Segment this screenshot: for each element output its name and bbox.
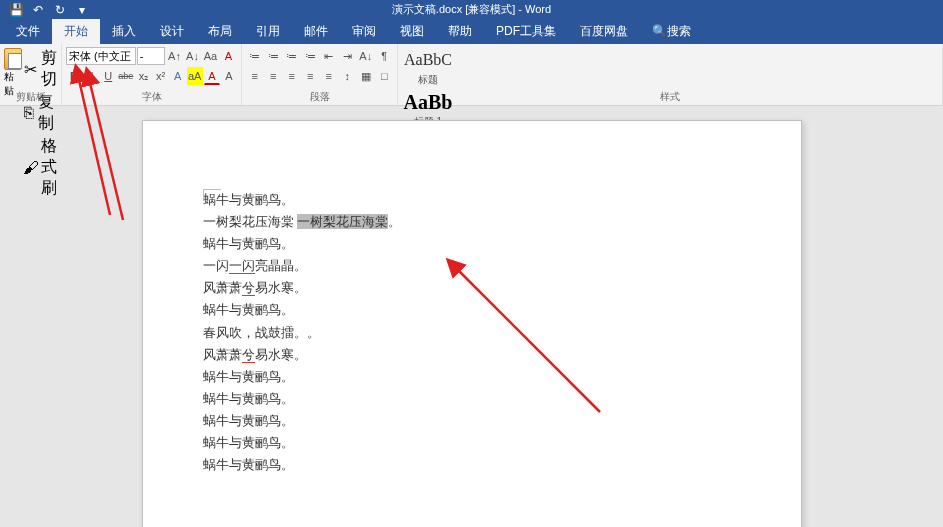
style-preview: AaBbC [404,47,452,73]
para-btn-bot-1[interactable]: ≡ [265,67,283,85]
text-line-11[interactable]: 蜗牛与黄鹂鸟。 [203,432,741,454]
para-btn-top-2[interactable]: ≔ [283,47,301,65]
text-effects-button[interactable]: A [170,67,186,85]
para-btn-top-6[interactable]: A↓ [357,47,375,65]
titlebar: 💾 ↶ ↻ ▾ 演示文稿.docx [兼容模式] - Word [0,0,943,20]
scissors-icon: ✂ [24,63,37,76]
tab-8[interactable]: 视图 [388,19,436,44]
para-btn-top-1[interactable]: ≔ [265,47,283,65]
paste-button[interactable]: 粘贴 [4,46,22,199]
ribbon: 粘贴 ✂ 剪切 ⎘ 复制 🖌 格式刷 剪贴板 宋体 (中文正 [0,44,943,106]
para-btn-bot-5[interactable]: ↕ [339,67,357,85]
tab-5[interactable]: 引用 [244,19,292,44]
text-line-4[interactable]: 风萧萧兮易水寒。 [203,277,741,299]
tab-1[interactable]: 开始 [52,19,100,44]
bold-button[interactable]: B [66,67,82,85]
text-line-3[interactable]: 一闪一闪亮晶晶。 [203,255,741,277]
para-btn-top-3[interactable]: ≔ [302,47,320,65]
font-group: 宋体 (中文正 - A↑ A↓ Aa A B I U abe x₂ x² A a… [62,44,242,105]
spelling-error: 一闪 [229,258,255,274]
text-line-5[interactable]: 蜗牛与黄鹂鸟。 [203,299,741,321]
para-btn-top-4[interactable]: ⇤ [320,47,338,65]
tab-10[interactable]: PDF工具集 [484,19,568,44]
underline-button[interactable]: U [100,67,116,85]
text-line-2[interactable]: 蜗牛与黄鹂鸟。 [203,233,741,255]
tab-6[interactable]: 邮件 [292,19,340,44]
para-btn-bot-7[interactable]: □ [376,67,394,85]
spelling-error: 兮 [242,280,255,296]
para-btn-top-7[interactable]: ¶ [376,47,394,65]
text-line-6[interactable]: 春风吹，战鼓擂。。 [203,322,741,344]
qat-dropdown-icon[interactable]: ▾ [72,1,92,19]
format-label: 格式刷 [41,136,57,199]
brush-icon: 🖌 [24,161,37,174]
text-line-9[interactable]: 蜗牛与黄鹂鸟。 [203,388,741,410]
document-page[interactable]: 蜗牛与黄鹂鸟。一树梨花压海棠 一树梨花压海棠。蜗牛与黄鹂鸟。一闪一闪亮晶晶。风萧… [142,120,802,527]
clipboard-group: 粘贴 ✂ 剪切 ⎘ 复制 🖌 格式刷 剪贴板 [0,44,62,105]
undo-icon[interactable]: ↶ [28,1,48,19]
change-case-button[interactable]: Aa [202,47,219,65]
text-line-12[interactable]: 蜗牛与黄鹂鸟。 [203,454,741,476]
document-workspace: 蜗牛与黄鹂鸟。一树梨花压海棠 一树梨花压海棠。蜗牛与黄鹂鸟。一闪一闪亮晶晶。风萧… [0,106,943,527]
tab-4[interactable]: 布局 [196,19,244,44]
italic-button[interactable]: I [83,67,99,85]
redo-icon[interactable]: ↻ [50,1,70,19]
tab-2[interactable]: 插入 [100,19,148,44]
text-line-8[interactable]: 蜗牛与黄鹂鸟。 [203,366,741,388]
text-line-7[interactable]: 风萧萧兮易水寒。 [203,344,741,366]
font-group-label: 字体 [62,90,241,104]
window-title: 演示文稿.docx [兼容模式] - Word [392,2,551,17]
style-item-0[interactable]: AaBbC标题 [402,46,454,88]
font-name-selector[interactable]: 宋体 (中文正 [66,47,136,65]
para-btn-bot-0[interactable]: ≡ [246,67,264,85]
spelling-error: 兮 [242,347,255,363]
text-line-1[interactable]: 一树梨花压海棠 一树梨花压海棠。 [203,211,741,233]
styles-group-label: 样式 [398,90,942,104]
para-btn-bot-2[interactable]: ≡ [283,67,301,85]
para-btn-bot-3[interactable]: ≡ [302,67,320,85]
shrink-font-button[interactable]: A↓ [184,47,201,65]
style-name: 标题 [418,73,438,87]
superscript-button[interactable]: x² [152,67,168,85]
paste-icon [4,48,22,70]
cut-label: 剪切 [41,48,57,90]
tab-3[interactable]: 设计 [148,19,196,44]
text-line-0[interactable]: 蜗牛与黄鹂鸟。 [203,189,741,211]
styles-group: AaBbC标题AaBb标题 1AaBbC标题 2AaBbC副标题AaBbCcDd… [398,44,943,105]
page-corner-marker [203,189,221,201]
save-icon[interactable]: 💾 [6,1,26,19]
clipboard-group-label: 剪贴板 [0,90,61,104]
copy-icon: ⎘ [24,107,34,120]
tab-0[interactable]: 文件 [4,19,52,44]
para-btn-bot-6[interactable]: ▦ [357,67,375,85]
tab-11[interactable]: 百度网盘 [568,19,640,44]
tab-12[interactable]: 🔍搜索 [640,19,703,44]
subscript-button[interactable]: x₂ [135,67,151,85]
tab-9[interactable]: 帮助 [436,19,484,44]
para-btn-top-5[interactable]: ⇥ [339,47,357,65]
font-size-selector[interactable]: - [137,47,165,65]
clear-format-button[interactable]: A [220,47,237,65]
font-color-button[interactable]: A [204,67,220,85]
paragraph-group: ≔≔≔≔⇤⇥A↓¶ ≡≡≡≡≡↕▦□ 段落 [242,44,398,105]
para-btn-top-0[interactable]: ≔ [246,47,264,65]
selected-text[interactable]: 一树梨花压海棠 [297,214,388,229]
cut-button[interactable]: ✂ 剪切 [22,48,59,90]
para-btn-bot-4[interactable]: ≡ [320,67,338,85]
grow-font-button[interactable]: A↑ [166,47,183,65]
quick-access-toolbar: 💾 ↶ ↻ ▾ [0,1,92,19]
tab-7[interactable]: 审阅 [340,19,388,44]
text-line-10[interactable]: 蜗牛与黄鹂鸟。 [203,410,741,432]
phonetic-button[interactable]: A [221,67,237,85]
strike-button[interactable]: abe [117,67,134,85]
ribbon-tabs: 文件开始插入设计布局引用邮件审阅视图帮助PDF工具集百度网盘🔍搜索 [0,20,943,44]
format-painter-button[interactable]: 🖌 格式刷 [22,136,59,199]
highlight-button[interactable]: aA [187,67,203,85]
paragraph-group-label: 段落 [242,90,397,104]
